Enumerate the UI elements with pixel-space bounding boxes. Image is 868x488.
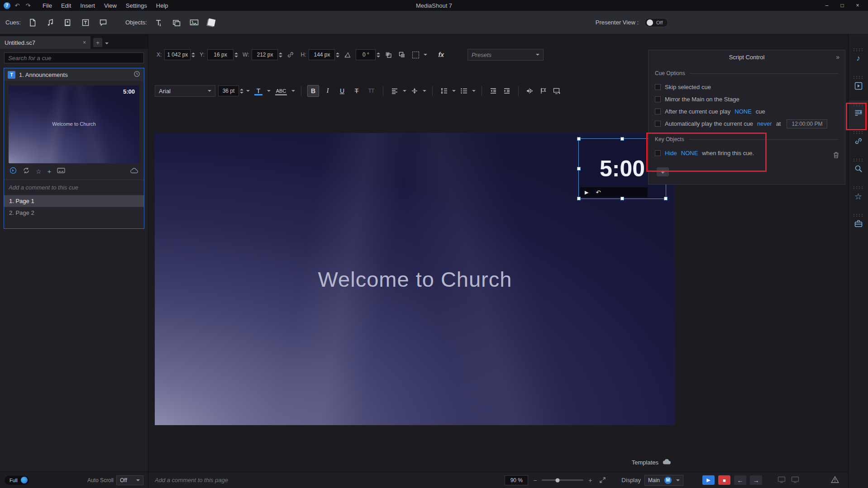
after-cue-none-link[interactable]: NONE [734, 108, 752, 115]
strikethrough-button[interactable]: T [351, 85, 362, 97]
h-input[interactable] [309, 49, 335, 60]
line-spacing-caret-icon[interactable] [452, 90, 456, 92]
selection-mode-caret-icon[interactable] [424, 54, 427, 56]
text-object-button[interactable] [152, 15, 166, 30]
player-panel-button[interactable] [849, 73, 868, 100]
favorites-panel-button[interactable]: ☆ [849, 183, 868, 211]
y-input[interactable] [207, 49, 234, 60]
presenter-view-toggle[interactable]: Off [644, 18, 668, 27]
stage-links-panel-button[interactable] [849, 128, 868, 156]
view-mode-toggle[interactable]: Full [5, 476, 29, 485]
menu-file[interactable]: File [38, 1, 56, 10]
page-comment-input[interactable] [155, 477, 291, 483]
next-page-button[interactable]: → [750, 475, 762, 485]
w-stepper[interactable] [279, 52, 282, 57]
font-size-input[interactable] [218, 85, 239, 96]
add-script-tab-button[interactable]: + [93, 38, 102, 47]
flip-horizontal-button[interactable] [525, 85, 535, 96]
horizontal-align-caret-icon[interactable] [403, 90, 406, 92]
resize-handle-w[interactable] [577, 167, 581, 171]
w-input[interactable] [252, 49, 278, 60]
send-backward-icon[interactable] [396, 49, 407, 60]
comment-cue-button[interactable] [96, 15, 110, 30]
hide-key-object-checkbox[interactable] [655, 150, 661, 156]
cue-header[interactable]: T 1. Announcements [4, 68, 144, 81]
menu-insert[interactable]: Insert [76, 1, 99, 10]
resize-handle-s[interactable] [620, 197, 624, 200]
cue-announcements[interactable]: T 1. Announcements 5:00 Welcome to Churc… [4, 68, 144, 229]
resize-handle-n[interactable] [620, 137, 624, 141]
selection-mode-icon[interactable] [410, 49, 421, 60]
bring-forward-icon[interactable] [383, 49, 394, 60]
menu-edit[interactable]: Edit [57, 1, 75, 10]
hide-none-link[interactable]: NONE [681, 150, 698, 156]
shape-object-button[interactable] [205, 15, 219, 30]
font-color-button[interactable]: T [253, 85, 264, 97]
increase-indent-button[interactable] [501, 85, 512, 96]
after-cue-checkbox[interactable] [655, 109, 661, 114]
font-size-caret-icon[interactable] [246, 90, 250, 92]
zoom-slider-thumb[interactable] [556, 478, 560, 482]
italic-button[interactable]: I [322, 85, 334, 97]
add-key-object-button[interactable]: + [657, 167, 669, 176]
zoom-slider[interactable] [542, 479, 583, 481]
schedule-clock-icon[interactable] [134, 71, 140, 79]
maximize-button[interactable]: □ [835, 1, 849, 10]
reset-object-icon[interactable]: ↶ [596, 189, 601, 196]
vertical-align-caret-icon[interactable] [423, 90, 426, 92]
menu-help[interactable]: Help [152, 1, 172, 10]
resize-handle-se[interactable] [664, 197, 668, 200]
media-object-button[interactable] [169, 15, 184, 30]
skip-cue-checkbox[interactable] [655, 84, 661, 90]
font-family-select[interactable]: Arial [155, 85, 215, 97]
auto-play-never-link[interactable]: never [757, 120, 772, 127]
rotation-input[interactable] [356, 49, 376, 60]
cue-search-input[interactable] [4, 52, 144, 63]
flag-transform-button[interactable] [538, 85, 549, 96]
stage-object-button[interactable] [187, 15, 201, 30]
highlight-color-button[interactable]: ABC [273, 85, 289, 97]
underline-button[interactable]: U [336, 85, 348, 97]
library-panel-button[interactable] [849, 211, 868, 238]
y-stepper[interactable] [234, 52, 238, 57]
minimize-button[interactable]: – [820, 1, 834, 10]
advance-rule-icon[interactable] [10, 167, 17, 175]
audio-cue-button[interactable] [43, 15, 57, 30]
send-to-stage-button[interactable] [552, 85, 563, 96]
x-input[interactable] [164, 49, 191, 60]
stage-display-icon[interactable] [791, 476, 799, 484]
blank-cue-button[interactable] [25, 15, 40, 30]
zoom-out-button[interactable]: − [532, 477, 538, 484]
auto-play-time-input[interactable] [787, 119, 827, 128]
script-control-header[interactable]: Script Control » [649, 50, 845, 64]
audio-bin-panel-button[interactable]: ♪ [849, 45, 868, 73]
all-caps-button[interactable]: TT [365, 85, 377, 97]
font-size-stepper[interactable] [240, 89, 243, 94]
lyric-cue-button[interactable] [78, 15, 93, 30]
play-object-icon[interactable]: ▶ [585, 190, 588, 195]
page-row-2[interactable]: 2. Page 2 [4, 207, 144, 218]
previous-page-button[interactable]: ← [734, 475, 746, 485]
delete-key-object-icon[interactable] [833, 152, 839, 160]
tab-list-caret-icon[interactable] [105, 43, 109, 44]
fire-cue-play-button[interactable]: ▶ [702, 475, 715, 485]
close-button[interactable]: × [851, 1, 864, 10]
collapse-panel-icon[interactable]: » [836, 53, 839, 61]
add-page-icon[interactable]: + [48, 167, 52, 175]
page-row-1[interactable]: 1. Page 1 [4, 195, 144, 207]
cloud-sync-icon[interactable] [130, 168, 138, 175]
rotation-stepper[interactable] [377, 52, 380, 57]
script-control-panel-button[interactable] [849, 100, 868, 128]
highlight-color-caret-icon[interactable] [291, 90, 295, 92]
display-select[interactable]: Main M [644, 475, 683, 486]
cue-thumbnail[interactable]: 5:00 Welcome to Church [9, 85, 139, 163]
resize-handle-sw[interactable] [577, 197, 581, 200]
bold-button[interactable]: B [307, 85, 319, 97]
fit-to-window-icon[interactable] [597, 475, 608, 486]
bible-cue-button[interactable] [61, 15, 75, 30]
menu-view[interactable]: View [100, 1, 121, 10]
stop-button[interactable]: ■ [718, 475, 730, 485]
horizontal-align-button[interactable] [389, 85, 400, 96]
tab-untitled-script[interactable]: Untitled.sc7 × [0, 36, 91, 49]
slide-canvas[interactable]: Welcome to Church 5:00 ▶ ↶ [155, 133, 675, 425]
